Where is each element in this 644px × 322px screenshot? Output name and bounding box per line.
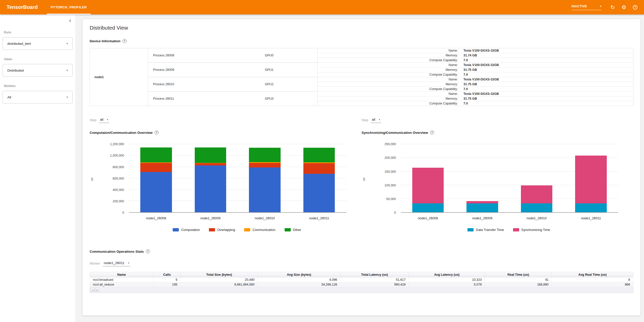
bar-segment-synchronizing-time[interactable]	[466, 201, 498, 203]
column-header: Avg Latency (us)	[409, 272, 485, 277]
bar-segment-data-transfer-time[interactable]	[412, 203, 444, 212]
stat-cell: 5	[153, 277, 181, 282]
x-axis-labels: node1_26008node1_26009node1_26010node1_2…	[401, 214, 618, 220]
x-tick-label: node1_26009	[183, 214, 238, 220]
bar-segment-data-transfer-time[interactable]	[466, 203, 498, 212]
computation-communication-panel: Step all ▾ Computaion/Communication Over…	[90, 117, 362, 232]
runs-select[interactable]: distributed_bert ▾	[3, 37, 73, 50]
gpu-prop-value: Tesla V100-DGXS-32GB	[460, 92, 633, 96]
views-select[interactable]: Distributed ▾	[3, 64, 73, 77]
node-cell: node1	[90, 48, 148, 106]
bar-segment-overlapping[interactable]	[303, 163, 335, 174]
chart-legend: ComputationOverlappingCommunicationOther	[128, 228, 346, 232]
page-prev-button[interactable]: ◄	[91, 288, 95, 292]
y-tick-label: 250,000	[384, 142, 396, 146]
legend-label: Other	[293, 228, 301, 232]
stat-cell: 195	[153, 282, 181, 287]
stat-cell: 6,681,894,580	[181, 282, 258, 287]
bar-segment-synchronizing-time[interactable]	[575, 156, 607, 203]
bar-segment-other[interactable]	[195, 147, 226, 163]
gpu-prop-value: 7.0	[460, 58, 633, 63]
bar-segment-computation[interactable]	[303, 174, 335, 212]
bar-segment-other[interactable]	[249, 148, 280, 162]
gpu-prop-value: Tesla V100-DGXS-32GB	[460, 77, 633, 82]
gear-icon[interactable]: ⚙	[621, 5, 626, 10]
tab-pytorch-profiler[interactable]: PYTORCH_PROFILER	[47, 0, 91, 14]
bar-segment-synchronizing-time[interactable]	[412, 168, 444, 203]
bar-segment-overlapping[interactable]	[195, 163, 226, 165]
bar-segment-computation[interactable]	[140, 172, 172, 212]
legend-label: Data Transfer Time	[476, 228, 504, 232]
bar-slot-node1_26008	[129, 141, 183, 212]
help-icon[interactable]: ?	[633, 5, 637, 10]
y-axis-ticks: 0200,000400,000600,000800,0001,000,0001,…	[90, 141, 127, 213]
gpu-prop-label: Compute Capability:	[318, 87, 460, 92]
caret-down-icon: ▾	[128, 262, 129, 264]
chart-legend: Data Transfer TimeSynchronizing Time	[400, 228, 618, 232]
bar-segment-computation[interactable]	[249, 167, 280, 212]
plot-area	[129, 141, 346, 213]
help-glyph: ?	[633, 5, 637, 10]
bar-segment-data-transfer-time[interactable]	[521, 203, 552, 212]
help-icon[interactable]: ?	[123, 39, 127, 43]
y-tick-label: 50,000	[386, 197, 396, 201]
page-next-button[interactable]: ►	[95, 288, 99, 292]
device-info-row: Process 26011GPU3Name:Tesla V100-DGXS-32…	[90, 92, 633, 96]
y-tick-label: 200,000	[384, 156, 396, 160]
legend-item-other: Other	[285, 228, 301, 232]
stacked-bar-node1_26009	[466, 141, 498, 212]
run-status-label: INACTIVE	[572, 5, 587, 8]
bar-segment-overlapping[interactable]	[140, 163, 172, 172]
y-tick-label: 100,000	[384, 184, 396, 187]
worker-label: Worker	[90, 262, 100, 265]
gpu-prop-label: Name:	[318, 63, 460, 68]
comm-ops-header-row: NameCallsTotal Size (bytes)Avg Size (byt…	[90, 272, 633, 277]
column-header: Total Size (bytes)	[181, 272, 258, 277]
x-tick-label: node1_26010	[238, 214, 292, 220]
stat-cell: 8	[552, 277, 633, 282]
bar-segment-computation[interactable]	[195, 165, 226, 212]
reload-icon[interactable]: ↻	[611, 5, 615, 10]
step-select[interactable]: all ▾	[371, 117, 381, 123]
help-icon[interactable]: ?	[154, 131, 159, 135]
stat-cell: 10,323	[409, 277, 485, 282]
table-row[interactable]: nccl:broadcast520,4804,09651,61710,32341…	[90, 277, 633, 282]
legend-label: Synchronizing Time	[521, 228, 550, 232]
gpu-prop-value: 31.75 GB	[460, 68, 633, 72]
bar-slot-node1_26009	[183, 141, 238, 212]
gpu-prop-label: Compute Capability:	[318, 101, 460, 106]
step-select-value: all	[372, 118, 375, 121]
y-tick-label: 1,200,000	[110, 142, 124, 146]
runs-select-value: distributed_bert	[7, 42, 31, 46]
device-info-row: Process 26010GPU2Name:Tesla V100-DGXS-32…	[90, 77, 633, 82]
bar-segment-other[interactable]	[140, 147, 172, 162]
x-tick-label: node1_26009	[455, 214, 510, 220]
legend-swatch	[513, 228, 519, 231]
bar-segment-other[interactable]	[303, 148, 335, 162]
bar-slot-node1_26011	[292, 141, 346, 212]
bar-segment-synchronizing-time[interactable]	[521, 185, 552, 203]
caret-down-icon: ▾	[107, 118, 108, 121]
gpu-prop-value: 31.74 GB	[460, 53, 633, 58]
y-tick-label: 0	[394, 211, 396, 214]
top-app-bar: TensorBoard PYTORCH_PROFILER INACTIVE ▾ …	[0, 0, 644, 14]
distributed-view-card: Distributed View Device Information ? no…	[82, 19, 641, 316]
tensorboard-logo: TensorBoard	[7, 4, 38, 10]
bar-segment-data-transfer-time[interactable]	[575, 203, 607, 212]
table-row[interactable]: nccl:all_reduce1956,681,894,58034,266,12…	[90, 282, 633, 287]
sidebar: ‹ Runs distributed_bert ▾ Views Distribu…	[0, 14, 75, 322]
table-pagination: ◄ ►	[90, 287, 633, 293]
help-icon[interactable]: ?	[146, 249, 150, 253]
collapse-sidebar-icon[interactable]: ‹	[69, 18, 71, 23]
run-status-select[interactable]: INACTIVE ▾	[572, 5, 601, 10]
step-select[interactable]: all ▾	[99, 117, 109, 123]
stacked-bar-node1_26010	[249, 141, 280, 212]
bar-segment-overlapping[interactable]	[249, 163, 280, 167]
worker-select[interactable]: node1_26011 ▾	[103, 261, 130, 266]
help-icon[interactable]: ?	[430, 131, 434, 135]
stacked-bar-node1_26009	[195, 141, 226, 212]
device-info-row: Process 26009GPU1Name:Tesla V100-DGXS-32…	[90, 63, 633, 68]
caret-down-icon: ▾	[379, 118, 380, 121]
gpu-prop-value: 31.75 GB	[460, 96, 633, 101]
workers-select[interactable]: All ▾	[3, 91, 73, 103]
